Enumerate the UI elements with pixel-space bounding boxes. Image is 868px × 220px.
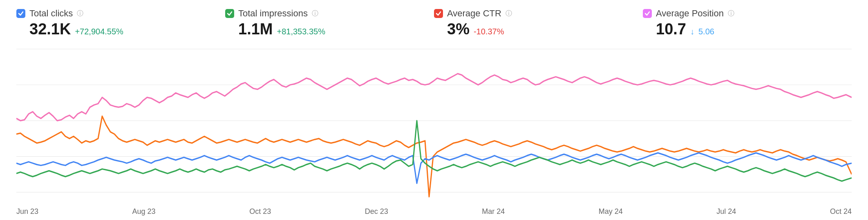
average-ctr-label: Average CTR	[447, 8, 501, 19]
average-ctr-change: -10.37%	[474, 27, 504, 36]
total-impressions-label: Total impressions	[238, 8, 308, 19]
average-position-checkbox[interactable]	[643, 9, 652, 18]
x-label-oct24: Oct 24	[830, 207, 852, 216]
average-position-value: 10.7	[656, 20, 686, 38]
x-label-oct23: Oct 23	[249, 207, 271, 216]
average-ctr-checkbox[interactable]	[434, 9, 443, 18]
average-position-info-icon[interactable]: ⓘ	[728, 9, 734, 18]
total-clicks-checkbox[interactable]	[16, 9, 25, 18]
average-position-down-arrow: ↓	[690, 27, 694, 36]
x-label-dec23: Dec 23	[365, 207, 388, 216]
dashboard-container: Total clicks ⓘ 32.1K +72,904.55% Total i…	[0, 0, 868, 220]
total-clicks-change: +72,904.55%	[75, 27, 123, 36]
x-label-jun23: Jun 23	[16, 207, 38, 216]
average-ctr-info-icon[interactable]: ⓘ	[506, 9, 512, 18]
average-position-change: 5.06	[698, 27, 714, 36]
x-label-aug23: Aug 23	[132, 207, 156, 216]
average-position-label: Average Position	[656, 8, 724, 19]
total-impressions-checkbox[interactable]	[225, 9, 234, 18]
metrics-row: Total clicks ⓘ 32.1K +72,904.55% Total i…	[16, 8, 852, 38]
total-clicks-info-icon[interactable]: ⓘ	[77, 9, 83, 18]
total-impressions-change: +81,353.35%	[277, 27, 325, 36]
metric-average-position: Average Position ⓘ 10.7 ↓ 5.06	[643, 8, 852, 38]
metric-total-clicks: Total clicks ⓘ 32.1K +72,904.55%	[16, 8, 225, 38]
x-label-mar24: Mar 24	[482, 207, 505, 216]
x-label-jul24: Jul 24	[716, 207, 736, 216]
x-label-may24: May 24	[599, 207, 623, 216]
total-impressions-info-icon[interactable]: ⓘ	[312, 9, 318, 18]
total-clicks-label: Total clicks	[29, 8, 73, 19]
chart-svg	[16, 45, 852, 206]
chart-area	[16, 45, 852, 206]
total-clicks-value: 32.1K	[29, 20, 71, 38]
metric-total-impressions: Total impressions ⓘ 1.1M +81,353.35%	[225, 8, 434, 38]
total-impressions-value: 1.1M	[238, 20, 273, 38]
metric-average-ctr: Average CTR ⓘ 3% -10.37%	[434, 8, 643, 38]
average-ctr-value: 3%	[447, 20, 470, 38]
x-axis-labels: Jun 23 Aug 23 Oct 23 Dec 23 Mar 24 May 2…	[16, 206, 852, 216]
